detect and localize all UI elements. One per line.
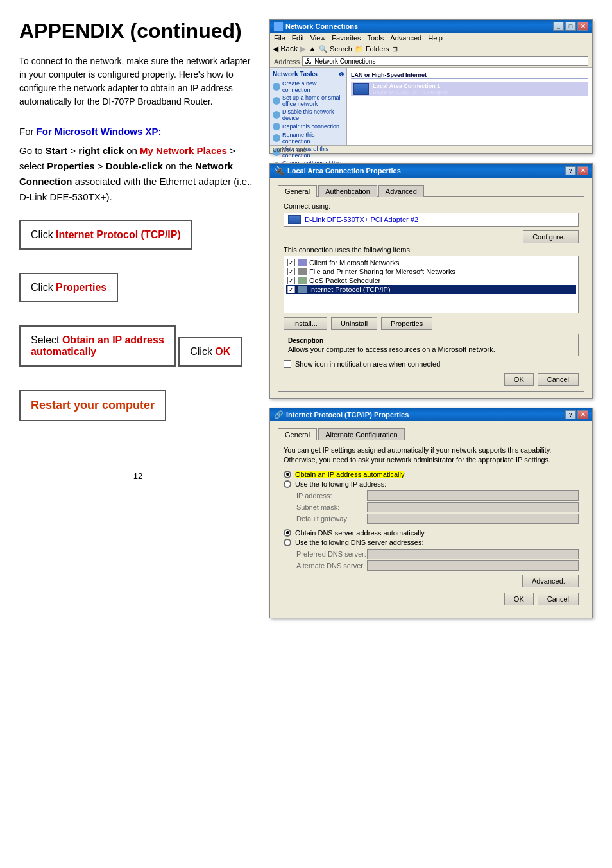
- subnet-mask-label: Subnet mask:: [296, 503, 367, 511]
- radio-dns-auto-row: Obtain DNS server address automatically: [284, 529, 579, 537]
- description-label: Description: [288, 337, 574, 344]
- ip-address-input: [367, 490, 579, 501]
- menu-tools[interactable]: Tools: [368, 34, 384, 42]
- toolbar-search[interactable]: 🔍 Search: [319, 45, 352, 53]
- tcpip-titlebar-icon: 🔗: [274, 410, 284, 419]
- toolbar-back[interactable]: ◀ Back: [273, 44, 298, 53]
- tcpip-tab-alternate[interactable]: Alternate Configuration: [318, 428, 405, 440]
- lan-title-left: 🔌 Local Area Connection Properties: [274, 166, 401, 176]
- checkbox-tcpip[interactable]: [287, 286, 295, 293]
- install-uninstall-props-row: Install... Uninstall Properties: [284, 317, 579, 330]
- tab-authentication[interactable]: Authentication: [318, 185, 377, 197]
- netconn-tasks-panel: Network Tasks ⊗ Create a new connection …: [270, 68, 347, 145]
- lan-titlebar-buttons: ? ✕: [565, 166, 588, 175]
- lan-body: General Authentication Advanced Connect …: [270, 178, 592, 398]
- install-button[interactable]: Install...: [284, 317, 327, 330]
- step3-prefix: Select: [31, 334, 62, 345]
- tcpip-tab-general[interactable]: General: [278, 428, 317, 440]
- tcpip-ok-button[interactable]: OK: [504, 593, 534, 605]
- toolbar-views[interactable]: ⊞: [392, 45, 398, 53]
- task-repair[interactable]: Repair this connection: [273, 123, 344, 130]
- step4-box: Click OK: [178, 337, 242, 367]
- netconn-main: LAN or High-Speed Internet Local Area Co…: [347, 68, 592, 145]
- task-create[interactable]: Create a new connection: [273, 80, 344, 93]
- task-rename[interactable]: Rename this connection: [273, 132, 344, 144]
- toolbar-forward[interactable]: ▶: [300, 44, 306, 53]
- netconn-minimize-btn[interactable]: _: [553, 22, 564, 31]
- list-item-client[interactable]: Client for Microsoft Networks: [286, 258, 576, 267]
- lan-tab-content: Connect using: D-Link DFE-530TX+ PCI Ada…: [278, 196, 584, 392]
- advanced-button[interactable]: Advanced...: [522, 575, 579, 587]
- properties-button[interactable]: Properties: [381, 317, 432, 330]
- step2-box: Click Properties: [19, 273, 118, 302]
- tab-general[interactable]: General: [278, 185, 317, 197]
- menu-advanced[interactable]: Advanced: [390, 34, 421, 42]
- show-icon-checkbox[interactable]: [284, 360, 291, 368]
- menu-view[interactable]: View: [310, 34, 326, 42]
- adapter-icon: [288, 215, 301, 224]
- task-create-icon: [273, 83, 280, 91]
- radio-obtain-auto-label: Obtain an IP address automatically: [295, 471, 404, 478]
- lan-ok-cancel-row: OK Cancel: [284, 373, 579, 386]
- task-setup[interactable]: Set up a home or small office network: [273, 94, 344, 107]
- conn-item[interactable]: Local Area Connection 1 D-Link DFE-530TX…: [351, 82, 588, 96]
- tcpip-cancel-button[interactable]: Cancel: [538, 593, 579, 605]
- items-list: Client for Microsoft Networks File and P…: [284, 256, 579, 313]
- show-icon-row: Show icon in notification area when conn…: [284, 360, 579, 368]
- task-disable[interactable]: Disable this network device: [273, 108, 344, 121]
- menu-help[interactable]: Help: [428, 34, 443, 42]
- tcpip-tabs: General Alternate Configuration: [275, 425, 587, 440]
- task-create-label: Create a new connection: [282, 80, 344, 93]
- lan-close-btn[interactable]: ✕: [577, 166, 588, 175]
- tab-advanced[interactable]: Advanced: [378, 185, 424, 197]
- list-item-fileprint[interactable]: File and Printer Sharing for Microsoft N…: [286, 267, 576, 276]
- uninstall-button[interactable]: Uninstall: [331, 317, 377, 330]
- list-item-qos[interactable]: QoS Packet Scheduler: [286, 276, 576, 285]
- lan-ok-button[interactable]: OK: [504, 373, 534, 386]
- step1-prefix: Click: [31, 229, 56, 240]
- lan-title-text: Local Area Connection Properties: [287, 167, 401, 175]
- step5-box: Restart your computer: [19, 390, 166, 421]
- label-tcpip: Internet Protocol (TCP/IP): [309, 286, 391, 293]
- status-text: Control Panel: [273, 146, 308, 153]
- tcpip-title-left: 🔗 Internet Protocol (TCP/IP) Properties: [274, 410, 409, 419]
- tcpip-close-btn[interactable]: ✕: [577, 410, 588, 419]
- radio-dns-auto[interactable]: [284, 529, 291, 537]
- checkbox-qos[interactable]: [287, 277, 295, 284]
- preferred-dns-label: Preferred DNS server:: [296, 550, 367, 558]
- netconn-close-btn[interactable]: ✕: [577, 22, 588, 31]
- radio-obtain-auto[interactable]: [284, 471, 291, 478]
- toolbar-up[interactable]: ▲: [309, 44, 316, 53]
- lan-titlebar-icon: 🔌: [274, 166, 285, 176]
- tcpip-ok-cancel-row: OK Cancel: [284, 593, 579, 605]
- lan-help-btn[interactable]: ?: [565, 166, 576, 175]
- tcpip-properties-window: 🔗 Internet Protocol (TCP/IP) Properties …: [269, 408, 593, 618]
- step3-box: Select Obtain an IP addressautomatically: [19, 326, 176, 367]
- radio-dns-following-label: Use the following DNS server addresses:: [295, 539, 424, 546]
- menu-edit[interactable]: Edit: [292, 34, 304, 42]
- dns-section: Obtain DNS server address automatically …: [284, 529, 579, 546]
- radio-dns-following[interactable]: [284, 539, 291, 546]
- menu-file[interactable]: File: [274, 34, 285, 42]
- alternate-dns-input: [367, 560, 579, 571]
- tcpip-help-btn[interactable]: ?: [565, 410, 576, 419]
- dns-radio-group: Obtain DNS server address automatically …: [284, 529, 579, 546]
- lan-cancel-button[interactable]: Cancel: [538, 373, 579, 386]
- addressbar-input[interactable]: 🖧 Network Connections: [302, 56, 588, 66]
- connect-using-label: Connect using:: [284, 202, 579, 210]
- icon-client: [298, 259, 307, 266]
- menu-favorites[interactable]: Favorites: [332, 34, 361, 42]
- addressbar-icon: 🖧: [305, 58, 312, 65]
- configure-button[interactable]: Configure...: [523, 230, 579, 243]
- checkbox-fileprint[interactable]: [287, 268, 295, 275]
- radio-use-following[interactable]: [284, 480, 291, 488]
- toolbar-folders[interactable]: 📁 Folders: [355, 45, 389, 53]
- checkbox-client[interactable]: [287, 259, 295, 266]
- radio-obtain-auto-row: Obtain an IP address automatically: [284, 471, 579, 478]
- preferred-dns-row: Preferred DNS server:: [296, 549, 579, 559]
- netconn-maximize-btn[interactable]: □: [565, 22, 576, 31]
- netconn-title-left: Network Connections: [274, 22, 358, 31]
- list-item-tcpip[interactable]: Internet Protocol (TCP/IP): [286, 285, 576, 294]
- radio-use-following-label: Use the following IP address:: [295, 480, 386, 488]
- tasks-collapse[interactable]: ⊗: [339, 71, 344, 78]
